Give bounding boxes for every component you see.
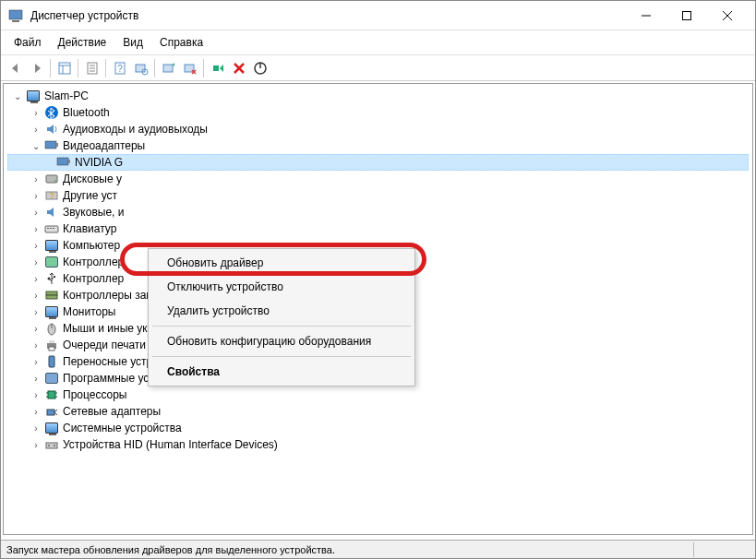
svg-rect-33	[50, 228, 52, 229]
tree-item-system[interactable]: › Системные устройства	[7, 420, 749, 436]
menu-bar: Файл Действие Вид Справка	[1, 30, 755, 55]
chevron-down-icon[interactable]: ⌄	[30, 139, 42, 152]
svg-rect-24	[56, 143, 58, 147]
ctx-properties[interactable]: Свойства	[150, 360, 413, 384]
tree-item-video[interactable]: ⌄ Видеоадаптеры	[7, 137, 749, 154]
menu-action[interactable]: Действие	[51, 32, 114, 53]
maximize-button[interactable]	[666, 2, 707, 30]
chevron-right-icon[interactable]: ›	[30, 239, 42, 252]
chevron-right-icon[interactable]: ›	[30, 106, 42, 119]
ctx-update-driver[interactable]: Обновить драйвер	[150, 251, 413, 275]
tree-item-keyboards[interactable]: › Клавиатур	[7, 220, 749, 237]
back-button[interactable]	[5, 58, 26, 78]
chevron-right-icon[interactable]: ›	[30, 322, 42, 335]
chevron-right-icon[interactable]: ›	[30, 289, 42, 302]
tree-label: Bluetooth	[63, 106, 110, 119]
svg-rect-26	[68, 160, 70, 163]
svg-rect-31	[45, 226, 58, 232]
tree-label: Другие уст	[63, 189, 117, 202]
chevron-right-icon[interactable]: ›	[30, 355, 42, 368]
forward-button[interactable]	[26, 58, 47, 78]
disk-icon	[44, 172, 59, 186]
processor-icon	[44, 387, 59, 402]
svg-rect-51	[46, 443, 57, 448]
tree-item-other[interactable]: › ? Другие уст	[7, 187, 749, 204]
svg-point-35	[48, 278, 51, 280]
sound-icon	[44, 205, 59, 220]
chevron-right-icon[interactable]: ›	[30, 372, 42, 385]
chevron-right-icon[interactable]: ›	[30, 305, 42, 318]
chevron-right-icon[interactable]: ›	[30, 438, 42, 451]
svg-rect-25	[57, 158, 68, 165]
chevron-right-icon[interactable]: ›	[30, 339, 42, 351]
tree-root[interactable]: ⌄ Slam-PC	[7, 88, 749, 104]
tree-label: Клавиатур	[63, 222, 116, 235]
close-button[interactable]	[707, 2, 748, 30]
uninstall-button[interactable]	[228, 58, 249, 78]
chevron-right-icon[interactable]: ›	[30, 189, 42, 202]
app-icon	[8, 8, 23, 23]
tree-label: Компьютер	[63, 239, 120, 252]
help-button[interactable]: ?	[109, 58, 130, 78]
svg-rect-37	[46, 291, 57, 295]
tree-label: Устройства HID (Human Interface Devices)	[63, 438, 278, 451]
svg-rect-15	[136, 65, 145, 72]
status-text: Запуск мастера обновления драйверов для …	[6, 544, 335, 555]
tree-label: Дисковые у	[63, 172, 122, 185]
tree-label: Slam-PC	[44, 89, 89, 102]
menu-help[interactable]: Справка	[152, 32, 210, 53]
tree-item-network[interactable]: › Сетевые адаптеры	[7, 403, 749, 420]
minimize-button[interactable]	[626, 2, 666, 30]
software-icon	[44, 371, 59, 386]
context-menu: Обновить драйвер Отключить устройство Уд…	[148, 248, 415, 387]
unknown-icon: ?	[44, 188, 59, 203]
chevron-right-icon[interactable]: ›	[30, 172, 42, 185]
menu-view[interactable]: Вид	[115, 32, 150, 53]
mouse-icon	[44, 321, 59, 336]
disable-device-button[interactable]	[179, 58, 200, 78]
controller-icon	[44, 255, 59, 269]
printer-icon	[44, 338, 59, 352]
ctx-uninstall[interactable]: Удалить устройство	[150, 299, 413, 323]
show-hide-button[interactable]	[54, 58, 75, 78]
chevron-right-icon[interactable]: ›	[30, 405, 42, 418]
chevron-right-icon[interactable]: ›	[30, 123, 42, 136]
ctx-disable[interactable]: Отключить устройство	[150, 275, 413, 299]
tree-label: Очереди печати	[63, 339, 146, 351]
svg-rect-19	[213, 65, 219, 71]
svg-text:?: ?	[117, 64, 123, 74]
portable-icon	[44, 354, 59, 369]
device-tree[interactable]: ⌄ Slam-PC › Bluetooth › Аудиовходы и ауд…	[3, 83, 753, 535]
tree-item-audio[interactable]: › Аудиовходы и аудиовыходы	[7, 121, 749, 137]
chevron-right-icon[interactable]: ›	[30, 272, 42, 285]
chevron-right-icon[interactable]: ›	[30, 388, 42, 401]
tree-item-processors[interactable]: › Процессоры	[7, 387, 749, 403]
tree-item-nvidia[interactable]: NVIDIA G	[7, 154, 749, 171]
svg-rect-38	[46, 295, 57, 299]
scan-hardware-button[interactable]	[130, 58, 151, 78]
tree-label: Звуковые, и	[63, 206, 124, 219]
update-driver-button[interactable]	[158, 58, 179, 78]
chevron-right-icon[interactable]: ›	[30, 256, 42, 268]
tree-label: Процессоры	[63, 388, 127, 401]
tree-item-sound[interactable]: › Звуковые, и	[7, 204, 749, 220]
svg-rect-36	[54, 276, 55, 278]
svg-rect-32	[47, 228, 49, 229]
properties-button[interactable]	[81, 58, 102, 78]
tree-label: Аудиовходы и аудиовыходы	[63, 123, 208, 136]
ctx-scan[interactable]: Обновить конфигурацию оборудования	[150, 329, 413, 353]
menu-file[interactable]: Файл	[6, 32, 49, 53]
tree-item-bluetooth[interactable]: › Bluetooth	[7, 104, 749, 121]
chevron-down-icon[interactable]: ⌄	[11, 89, 24, 102]
svg-rect-17	[163, 65, 173, 72]
enable-device-button[interactable]	[207, 58, 228, 78]
svg-rect-1	[12, 20, 19, 22]
tree-item-disk[interactable]: › Дисковые у	[7, 171, 749, 187]
chevron-right-icon[interactable]: ›	[30, 206, 42, 219]
chevron-right-icon[interactable]: ›	[30, 422, 42, 434]
toolbar: ?	[1, 55, 755, 81]
power-button[interactable]	[249, 58, 270, 78]
chevron-right-icon[interactable]: ›	[30, 222, 42, 235]
computer-icon	[26, 89, 41, 103]
tree-item-hid[interactable]: › Устройства HID (Human Interface Device…	[7, 436, 749, 453]
